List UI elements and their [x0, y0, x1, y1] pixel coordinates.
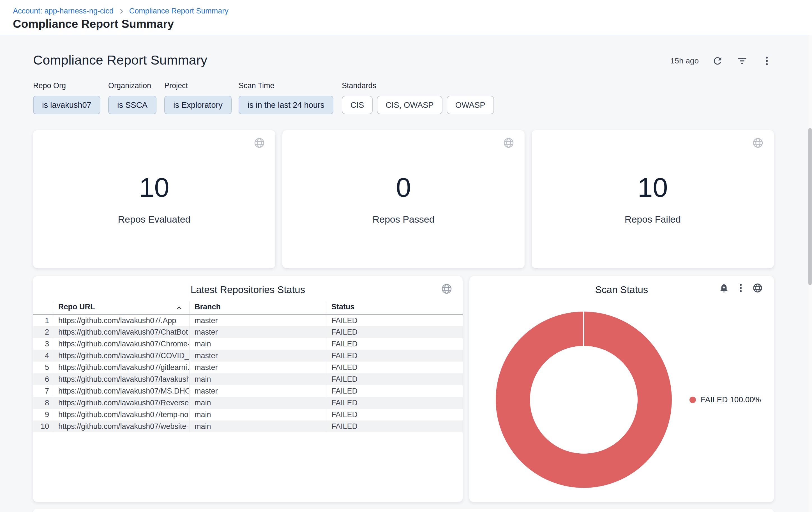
stat-label: Repos Evaluated	[118, 214, 191, 225]
filter-label: Project	[164, 81, 232, 90]
standards-option-cis[interactable]: CIS	[342, 96, 373, 114]
branch-cell: main	[189, 373, 326, 385]
row-index: 8	[33, 397, 53, 409]
globe-icon[interactable]	[752, 282, 763, 294]
stat-value: 0	[396, 174, 411, 201]
scrollbar-thumb[interactable]	[808, 128, 812, 285]
repo-url-cell: https://github.com/lavakush07/MS.DHO…	[53, 385, 189, 397]
repo-url-cell: https://github.com/lavakush07/COVID_T…	[53, 350, 189, 361]
standards-option-owasp[interactable]: OWASP	[447, 96, 494, 114]
top-header: Account: app-harness-ng-cicd Compliance …	[0, 0, 812, 35]
table-row: 10https://github.com/lavakush07/website-…	[33, 421, 463, 432]
scan-card-actions	[718, 282, 763, 294]
row-index: 10	[33, 421, 53, 432]
status-cell: FAILED	[326, 361, 463, 373]
filter-chip-scan-time[interactable]: is in the last 24 hours	[239, 96, 334, 114]
filter-chip-project[interactable]: is Exploratory	[164, 96, 232, 114]
chart-legend[interactable]: FAILED 100.00%	[690, 395, 761, 404]
filter-chip-repo-org[interactable]: is lavakush07	[33, 96, 100, 114]
status-cell: FAILED	[326, 409, 463, 421]
filter-label: Standards	[342, 81, 494, 90]
kebab-menu-icon[interactable]	[735, 282, 746, 294]
standards-option-cis-owasp[interactable]: CIS, OWASP	[377, 96, 442, 114]
scan-status-card: Scan Status FAILED 100.00%	[469, 276, 774, 502]
status-cell: FAILED	[326, 326, 463, 338]
table-row: 3https://github.com/lavakush07/Chrome-…m…	[33, 338, 463, 350]
alert-bell-icon[interactable]	[718, 282, 730, 294]
branch-cell: master	[189, 361, 326, 373]
column-header-status[interactable]: Status	[326, 301, 463, 314]
table-card-title: Latest Repositories Status	[33, 276, 463, 295]
row-number-header	[33, 301, 53, 314]
branch-cell: master	[189, 326, 326, 338]
row-index: 9	[33, 409, 53, 421]
globe-icon[interactable]	[503, 137, 515, 149]
branch-cell: main	[189, 338, 326, 350]
repo-url-cell: https://github.com/lavakush07/website-1	[53, 421, 189, 432]
table-row: 5https://github.com/lavakush07/gitlearni…	[33, 361, 463, 373]
branch-cell: master	[189, 350, 326, 361]
stat-value: 10	[139, 174, 169, 201]
bottom-row: Latest Repositories Status Repo URL Bran…	[33, 276, 774, 502]
repo-url-cell: https://github.com/lavakush07/Chrome-…	[53, 338, 189, 350]
donut-hole	[530, 346, 638, 454]
filter-organization: Organization is SSCA	[108, 81, 156, 114]
scrollbar-track[interactable]	[808, 35, 812, 512]
stat-card-repos-evaluated: 10 Repos Evaluated	[33, 130, 276, 268]
stat-cards-row: 10 Repos Evaluated 0 Repos Passed 10 Rep…	[33, 130, 774, 268]
row-index: 4	[33, 350, 53, 361]
latest-repositories-card: Latest Repositories Status Repo URL Bran…	[33, 276, 463, 502]
filter-icon[interactable]	[736, 55, 748, 67]
dashboard-controls: 15h ago	[670, 55, 773, 67]
stat-card-repos-failed: 10 Repos Failed	[532, 130, 774, 268]
row-index: 2	[33, 326, 53, 338]
filter-repo-org: Repo Org is lavakush07	[33, 81, 100, 114]
repo-url-cell: https://github.com/lavakush07/.App	[53, 314, 189, 326]
filter-chip-organization[interactable]: is SSCA	[108, 96, 156, 114]
branch-cell: main	[189, 397, 326, 409]
table-row: 7https://github.com/lavakush07/MS.DHO…ma…	[33, 385, 463, 397]
branch-cell: master	[189, 314, 326, 326]
breadcrumb-account-link[interactable]: Account: app-harness-ng-cicd	[13, 7, 114, 16]
row-index: 5	[33, 361, 53, 373]
status-cell: FAILED	[326, 350, 463, 361]
donut-segment-boundary	[583, 312, 584, 346]
breadcrumb: Account: app-harness-ng-cicd Compliance …	[13, 7, 229, 16]
row-index: 6	[33, 373, 53, 385]
filter-label: Repo Org	[33, 81, 100, 90]
row-index: 1	[33, 314, 53, 326]
table-header-row: Repo URL Branch Status	[33, 301, 463, 314]
breadcrumb-page-link[interactable]: Compliance Report Summary	[129, 7, 229, 16]
stat-card-repos-passed: 0 Repos Passed	[282, 130, 525, 268]
column-header-branch[interactable]: Branch	[189, 301, 326, 314]
table-row: 2https://github.com/lavakush07/ChatBotma…	[33, 326, 463, 338]
repo-url-cell: https://github.com/lavakush07/temp-no…	[53, 409, 189, 421]
row-index: 7	[33, 385, 53, 397]
repo-table: Repo URL Branch Status 1https://github.c…	[33, 301, 463, 432]
stat-label: Repos Failed	[625, 214, 681, 225]
page-title: Compliance Report Summary	[13, 18, 174, 31]
legend-swatch-failed	[690, 397, 696, 403]
refresh-icon[interactable]	[712, 55, 723, 67]
kebab-menu-icon[interactable]	[761, 55, 773, 67]
next-card-partial	[33, 509, 774, 512]
chevron-right-icon	[118, 8, 125, 15]
repo-url-cell: https://github.com/lavakush07/Reverse-…	[53, 397, 189, 409]
sort-asc-icon	[176, 304, 183, 312]
status-cell: FAILED	[326, 397, 463, 409]
filter-label: Organization	[108, 81, 156, 90]
table-row: 4https://github.com/lavakush07/COVID_T…m…	[33, 350, 463, 361]
table-row: 8https://github.com/lavakush07/Reverse-……	[33, 397, 463, 409]
scan-status-donut-chart[interactable]	[496, 312, 672, 488]
repo-table-body: 1https://github.com/lavakush07/.Appmaste…	[33, 314, 463, 432]
row-index: 3	[33, 338, 53, 350]
globe-icon[interactable]	[254, 137, 265, 149]
filter-standards: Standards CIS CIS, OWASP OWASP	[342, 81, 494, 114]
status-cell: FAILED	[326, 373, 463, 385]
dashboard-title: Compliance Report Summary	[33, 52, 207, 68]
stat-label: Repos Passed	[372, 214, 434, 225]
status-cell: FAILED	[326, 314, 463, 326]
globe-icon[interactable]	[441, 283, 453, 295]
globe-icon[interactable]	[752, 137, 764, 149]
column-header-repo-url[interactable]: Repo URL	[53, 301, 189, 314]
